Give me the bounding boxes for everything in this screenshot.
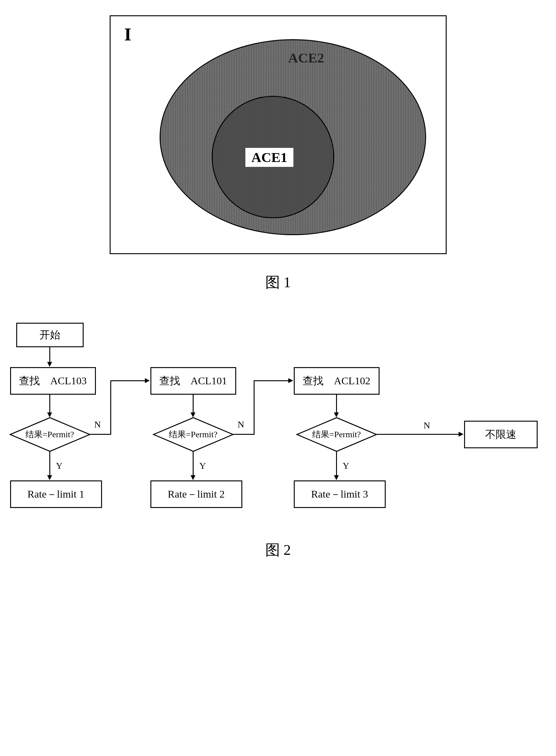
lookup-acl101-label: 查找 ACL101 xyxy=(159,374,227,388)
arrow xyxy=(336,451,337,476)
decision-1-label: 结果=Permit? xyxy=(10,418,90,451)
rate-limit-2-label: Rate－limit 2 xyxy=(168,487,224,501)
arrow xyxy=(110,380,111,435)
arrow-head-icon xyxy=(190,412,196,417)
figure-2-caption: 图 2 xyxy=(9,540,547,560)
no-label: N xyxy=(238,419,244,430)
yes-label: Y xyxy=(343,461,350,471)
arrow xyxy=(193,395,194,413)
arrow-head-icon xyxy=(459,432,463,437)
no-limit-label: 不限速 xyxy=(485,427,517,441)
ace2-label: ACE2 xyxy=(288,50,324,66)
start-node: 开始 xyxy=(16,323,83,347)
no-label: N xyxy=(94,419,101,430)
rate-limit-2-node: Rate－limit 2 xyxy=(150,480,242,508)
lookup-acl103-node: 查找 ACL103 xyxy=(10,367,96,395)
arrow-head-icon xyxy=(190,475,196,480)
ace1-label: ACE1 xyxy=(245,148,294,167)
arrow xyxy=(336,395,337,413)
arrow xyxy=(254,380,254,435)
arrow-head-icon xyxy=(288,378,293,383)
arrow-head-icon xyxy=(47,412,52,417)
yes-label: Y xyxy=(200,461,206,471)
figure-1-venn-diagram: I ACE2 ACE1 xyxy=(110,15,447,254)
arrow-head-icon xyxy=(334,475,339,480)
decision-3-label: 结果=Permit? xyxy=(297,418,377,451)
lookup-acl101-node: 查找 ACL101 xyxy=(150,367,236,395)
rate-limit-3-label: Rate－limit 3 xyxy=(311,487,368,501)
arrow-head-icon xyxy=(47,475,52,480)
universe-label: I xyxy=(125,24,131,45)
arrow xyxy=(90,434,111,435)
rate-limit-1-node: Rate－limit 1 xyxy=(10,480,102,508)
figure-2-flowchart: 开始 查找 ACL103 结果=Permit? Y Rate－limit 1 N… xyxy=(10,323,546,522)
arrow xyxy=(110,380,145,381)
no-label: N xyxy=(424,420,430,431)
start-label: 开始 xyxy=(39,328,60,342)
arrow xyxy=(377,434,459,435)
arrow xyxy=(49,395,50,413)
rate-limit-1-label: Rate－limit 1 xyxy=(27,487,84,501)
yes-label: Y xyxy=(56,461,63,471)
arrow xyxy=(233,434,254,435)
lookup-acl103-label: 查找 ACL103 xyxy=(19,374,87,388)
rate-limit-3-node: Rate－limit 3 xyxy=(294,480,386,508)
arrow xyxy=(193,451,194,476)
figure-1-caption: 图 1 xyxy=(9,273,547,292)
arrow-head-icon xyxy=(145,378,150,383)
arrow xyxy=(49,347,50,363)
lookup-acl102-label: 查找 ACL102 xyxy=(303,374,370,388)
universe-box: I ACE2 ACE1 xyxy=(110,15,447,254)
decision-1: 结果=Permit? xyxy=(10,418,90,451)
decision-2-label: 结果=Permit? xyxy=(153,418,233,451)
arrow xyxy=(254,380,289,381)
decision-2: 结果=Permit? xyxy=(153,418,233,451)
decision-3: 结果=Permit? xyxy=(297,418,377,451)
lookup-acl102-node: 查找 ACL102 xyxy=(294,367,380,395)
arrow-head-icon xyxy=(334,412,339,417)
arrow xyxy=(49,451,50,476)
arrow-head-icon xyxy=(47,362,52,367)
no-limit-node: 不限速 xyxy=(464,421,537,448)
